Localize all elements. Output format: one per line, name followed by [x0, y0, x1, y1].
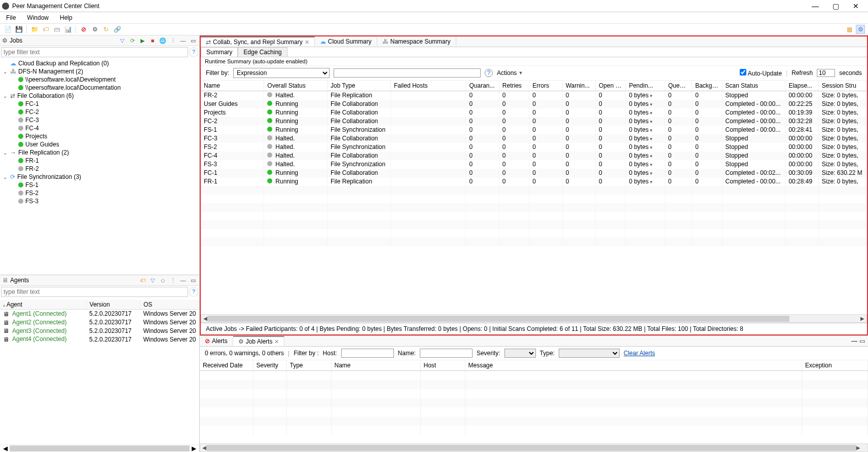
chevron-down-icon[interactable]: ▾: [650, 171, 653, 176]
grid-column-header[interactable]: Retries: [499, 81, 529, 91]
minimize-panel-icon[interactable]: —: [179, 276, 187, 284]
grid-column-header[interactable]: Overall Status: [264, 81, 328, 91]
agents-filter-input[interactable]: [1, 287, 188, 297]
alerts-column-header[interactable]: Host: [420, 360, 465, 371]
auto-update-checkbox[interactable]: Auto-Update: [740, 69, 782, 77]
grid-row[interactable]: FR-1RunningFile Replication000000 bytes …: [201, 177, 867, 186]
minimize-panel-icon[interactable]: —: [851, 337, 857, 345]
host-filter-input[interactable]: [341, 349, 394, 358]
alerts-column-header[interactable]: Type: [286, 360, 331, 371]
help-icon[interactable]: ?: [189, 287, 198, 297]
grid-row[interactable]: FS-1RunningFile Synchronization000000 by…: [201, 126, 867, 134]
alerts-column-header[interactable]: Received Date: [200, 360, 253, 371]
tree-file-repl[interactable]: ⌄ → File Replication (2): [2, 148, 197, 157]
agents-col-os[interactable]: OS: [140, 300, 199, 310]
link-icon[interactable]: 🔗: [113, 25, 122, 34]
refresh-button[interactable]: Refresh: [791, 69, 813, 77]
tree-dfsn[interactable]: ⌄ 🖧 DFS-N Management (2): [2, 67, 197, 76]
scroll-left-icon[interactable]: ◀: [203, 316, 207, 321]
collapse-icon[interactable]: ⌄: [2, 150, 8, 156]
alerts-column-header[interactable]: Message: [465, 360, 802, 371]
collapse-icon[interactable]: ⌄: [2, 93, 8, 99]
report-icon[interactable]: 📊: [63, 25, 73, 34]
agents-col-agent[interactable]: ▵ Agent: [0, 300, 86, 310]
refresh-icon[interactable]: ↻: [101, 25, 111, 34]
scroll-right-icon[interactable]: ▶: [192, 445, 196, 452]
grid-row[interactable]: FC-4Halted.File Collaboration000000 byte…: [201, 152, 867, 160]
chevron-down-icon[interactable]: ▾: [650, 154, 653, 159]
maximize-panel-icon[interactable]: ▭: [189, 36, 197, 45]
tab-alerts[interactable]: ⊘ Alerts: [200, 336, 233, 346]
help-icon[interactable]: ?: [485, 69, 493, 77]
tag-icon[interactable]: 🏷: [138, 276, 147, 284]
folder-icon[interactable]: 📁: [30, 25, 39, 34]
grid-column-header[interactable]: Elapse...: [785, 81, 818, 91]
grid-column-header[interactable]: Quaran...: [466, 81, 499, 91]
help-icon[interactable]: ?: [189, 47, 198, 57]
grid-column-header[interactable]: Open F...: [596, 81, 626, 91]
collapse-icon[interactable]: ⌄: [2, 69, 8, 74]
severity-select[interactable]: [504, 349, 536, 358]
clear-alerts-link[interactable]: Clear Alerts: [624, 350, 655, 357]
scroll-right-icon[interactable]: ▶: [860, 316, 864, 321]
grid-column-header[interactable]: Name: [201, 81, 264, 91]
save-icon[interactable]: 💾: [14, 25, 23, 34]
chevron-down-icon[interactable]: ▾: [650, 136, 653, 141]
grid-column-header[interactable]: Job Type: [328, 81, 391, 91]
tree-job-item[interactable]: FS-2: [2, 189, 197, 197]
world-icon[interactable]: 🌐: [159, 36, 167, 45]
grid-column-header[interactable]: Backgr...: [692, 81, 722, 91]
grid-column-header[interactable]: Queue...: [665, 81, 692, 91]
grid-column-header[interactable]: Session Stru: [818, 81, 866, 91]
tree-job-item[interactable]: FC-2: [2, 108, 197, 116]
grid-hscroll[interactable]: ◀ ▶: [201, 314, 867, 323]
minimize-panel-icon[interactable]: —: [179, 36, 187, 45]
alerts-column-header[interactable]: Exception: [802, 360, 868, 371]
filter-icon[interactable]: ▽: [149, 276, 157, 284]
label-icon[interactable]: ◇: [159, 276, 167, 284]
tree-cloud-backup[interactable]: ☁ Cloud Backup and Replication (0): [2, 59, 197, 67]
tab-cloud-summary[interactable]: ☁ Cloud Summary: [315, 37, 377, 46]
menu-icon[interactable]: ⋮: [169, 276, 177, 284]
chevron-down-icon[interactable]: ▾: [650, 119, 653, 124]
tree-job-item[interactable]: FC-3: [2, 116, 197, 124]
tag-icon[interactable]: 🏷: [41, 25, 50, 34]
chevron-down-icon[interactable]: ▾: [650, 93, 653, 98]
menu-icon[interactable]: ⋮: [169, 36, 177, 45]
tree-job-item[interactable]: FS-3: [2, 197, 197, 205]
close-button[interactable]: ✕: [846, 2, 866, 10]
chevron-down-icon[interactable]: ▾: [650, 128, 653, 133]
chevron-down-icon[interactable]: ▾: [650, 162, 653, 167]
tree-job-item[interactable]: FS-1: [2, 181, 197, 189]
scroll-right-icon[interactable]: ▶: [856, 445, 860, 450]
grid-row[interactable]: FR-2Halted.File Replication000000 bytes …: [201, 91, 867, 100]
menu-file[interactable]: File: [4, 13, 18, 22]
agent-row[interactable]: 🖥Agent1 (Connected)5.2.0.20230717Windows…: [0, 310, 199, 318]
filter-by-select[interactable]: Expression: [233, 68, 330, 78]
grid-column-header[interactable]: Warnin...: [562, 81, 595, 91]
tree-dfsn-item[interactable]: \\peersoftware.local\Development: [2, 76, 197, 84]
agent-row[interactable]: 🖥Agent3 (Connected)5.2.0.20230717Windows…: [0, 327, 199, 335]
grid-row[interactable]: ProjectsRunningFile Collaboration000000 …: [201, 108, 867, 117]
refresh-interval-input[interactable]: [817, 69, 835, 77]
scroll-thumb[interactable]: [10, 445, 190, 451]
menu-help[interactable]: Help: [58, 13, 75, 22]
grid-row[interactable]: FS-3Halted.File Synchronization000000 by…: [201, 160, 867, 169]
tree-job-item[interactable]: FR-1: [2, 157, 197, 165]
tree-job-item[interactable]: User Guides: [2, 140, 197, 148]
tab-job-alerts[interactable]: ⚙ Job Alerts ✕: [233, 336, 285, 346]
agent-row[interactable]: 🖥Agent4 (Connected)5.2.0.20230717Windows…: [0, 335, 199, 344]
actions-menu-button[interactable]: Actions ▼: [497, 69, 523, 77]
error-icon[interactable]: ⊘: [79, 25, 88, 34]
menu-window[interactable]: Window: [25, 13, 51, 22]
grid-row[interactable]: FC-1RunningFile Collaboration000000 byte…: [201, 169, 867, 177]
minimize-button[interactable]: —: [805, 2, 825, 10]
close-tab-icon[interactable]: ✕: [274, 338, 279, 345]
grid-column-header[interactable]: Errors: [529, 81, 562, 91]
scroll-thumb[interactable]: [206, 445, 856, 451]
scroll-left-icon[interactable]: ◀: [3, 445, 8, 452]
agent-row[interactable]: 🖥Agent2 (Connected)5.2.0.20230717Windows…: [0, 318, 199, 327]
agents-col-version[interactable]: Version: [86, 300, 140, 310]
stop-icon[interactable]: ■: [149, 36, 157, 45]
close-tab-icon[interactable]: ✕: [305, 39, 309, 46]
